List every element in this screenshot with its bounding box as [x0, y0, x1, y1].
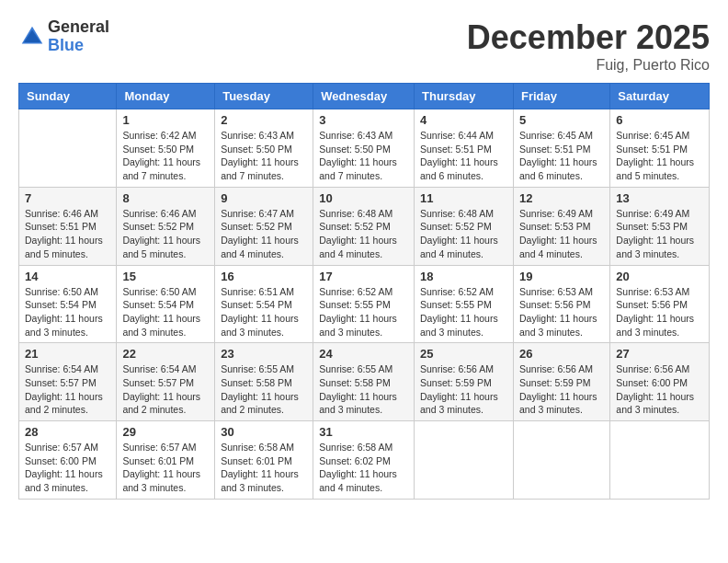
sunset-text: Sunset: 6:00 PM — [25, 455, 97, 466]
day-info: Sunrise: 6:58 AM Sunset: 6:02 PM Dayligh… — [319, 441, 408, 495]
table-row: 16 Sunrise: 6:51 AM Sunset: 5:54 PM Dayl… — [215, 265, 313, 343]
daylight-text: Daylight: 11 hours and 3 minutes. — [122, 468, 200, 493]
daylight-text: Daylight: 11 hours and 3 minutes. — [25, 468, 103, 493]
sunrise-text: Sunrise: 6:57 AM — [122, 442, 196, 453]
daylight-text: Daylight: 11 hours and 3 minutes. — [616, 313, 694, 338]
header-tuesday: Tuesday — [215, 84, 313, 109]
day-number: 29 — [122, 425, 209, 439]
day-number: 27 — [616, 347, 703, 361]
sunset-text: Sunset: 5:52 PM — [221, 221, 292, 232]
table-row: 11 Sunrise: 6:48 AM Sunset: 5:52 PM Dayl… — [415, 187, 514, 265]
day-info: Sunrise: 6:55 AM Sunset: 5:58 PM Dayligh… — [319, 362, 408, 417]
day-number: 13 — [616, 191, 703, 205]
logo: General Blue — [18, 18, 109, 55]
sunrise-text: Sunrise: 6:53 AM — [519, 286, 593, 297]
sunrise-text: Sunrise: 6:55 AM — [221, 363, 294, 374]
table-row: 27 Sunrise: 6:56 AM Sunset: 6:00 PM Dayl… — [610, 343, 710, 421]
header-saturday: Saturday — [610, 84, 710, 109]
sunrise-text: Sunrise: 6:42 AM — [122, 130, 196, 141]
daylight-text: Daylight: 11 hours and 3 minutes. — [221, 313, 299, 338]
header-monday: Monday — [117, 84, 215, 109]
calendar-week-row: 7 Sunrise: 6:46 AM Sunset: 5:51 PM Dayli… — [19, 187, 710, 265]
day-info: Sunrise: 6:47 AM Sunset: 5:52 PM Dayligh… — [221, 207, 307, 261]
table-row: 26 Sunrise: 6:56 AM Sunset: 5:59 PM Dayl… — [513, 343, 609, 421]
sunrise-text: Sunrise: 6:46 AM — [122, 208, 196, 219]
daylight-text: Daylight: 11 hours and 3 minutes. — [420, 391, 498, 416]
sunset-text: Sunset: 5:52 PM — [122, 221, 194, 232]
table-row — [19, 109, 117, 188]
daylight-text: Daylight: 11 hours and 7 minutes. — [319, 156, 397, 181]
day-number: 28 — [25, 425, 110, 439]
table-row: 2 Sunrise: 6:43 AM Sunset: 5:50 PM Dayli… — [215, 109, 313, 188]
sunset-text: Sunset: 5:56 PM — [616, 299, 688, 310]
day-info: Sunrise: 6:44 AM Sunset: 5:51 PM Dayligh… — [420, 129, 507, 183]
sunset-text: Sunset: 5:54 PM — [122, 299, 194, 310]
logo-text: General Blue — [48, 18, 109, 55]
sunset-text: Sunset: 5:50 PM — [319, 144, 391, 155]
daylight-text: Daylight: 11 hours and 2 minutes. — [25, 391, 103, 416]
table-row: 15 Sunrise: 6:50 AM Sunset: 5:54 PM Dayl… — [117, 265, 215, 343]
daylight-text: Daylight: 11 hours and 4 minutes. — [319, 468, 397, 493]
day-number: 16 — [221, 270, 307, 283]
table-row: 22 Sunrise: 6:54 AM Sunset: 5:57 PM Dayl… — [117, 343, 215, 421]
calendar-week-row: 1 Sunrise: 6:42 AM Sunset: 5:50 PM Dayli… — [19, 109, 710, 188]
sunrise-text: Sunrise: 6:43 AM — [221, 130, 294, 141]
sunrise-text: Sunrise: 6:56 AM — [616, 363, 689, 374]
table-row: 9 Sunrise: 6:47 AM Sunset: 5:52 PM Dayli… — [215, 187, 313, 265]
day-info: Sunrise: 6:42 AM Sunset: 5:50 PM Dayligh… — [122, 129, 209, 183]
day-info: Sunrise: 6:51 AM Sunset: 5:54 PM Dayligh… — [221, 285, 307, 339]
sunset-text: Sunset: 5:53 PM — [519, 221, 591, 232]
day-number: 12 — [519, 191, 604, 205]
day-info: Sunrise: 6:52 AM Sunset: 5:55 PM Dayligh… — [319, 285, 408, 339]
sunrise-text: Sunrise: 6:49 AM — [616, 208, 689, 219]
day-number: 4 — [420, 113, 507, 127]
day-info: Sunrise: 6:50 AM Sunset: 5:54 PM Dayligh… — [25, 285, 110, 339]
day-number: 3 — [319, 113, 408, 127]
day-info: Sunrise: 6:57 AM Sunset: 6:00 PM Dayligh… — [25, 441, 110, 495]
daylight-text: Daylight: 11 hours and 3 minutes. — [25, 313, 103, 338]
sunset-text: Sunset: 5:56 PM — [519, 299, 591, 310]
table-row: 24 Sunrise: 6:55 AM Sunset: 5:58 PM Dayl… — [313, 343, 415, 421]
sunrise-text: Sunrise: 6:58 AM — [221, 442, 294, 453]
table-row: 3 Sunrise: 6:43 AM Sunset: 5:50 PM Dayli… — [313, 109, 415, 188]
sunrise-text: Sunrise: 6:48 AM — [319, 208, 392, 219]
sunrise-text: Sunrise: 6:46 AM — [25, 208, 98, 219]
sunrise-text: Sunrise: 6:49 AM — [519, 208, 593, 219]
table-row: 13 Sunrise: 6:49 AM Sunset: 5:53 PM Dayl… — [610, 187, 710, 265]
calendar-week-row: 14 Sunrise: 6:50 AM Sunset: 5:54 PM Dayl… — [19, 265, 710, 343]
daylight-text: Daylight: 11 hours and 4 minutes. — [420, 235, 498, 259]
month-title: December 2025 — [467, 18, 710, 57]
sunset-text: Sunset: 6:00 PM — [616, 377, 688, 388]
sunrise-text: Sunrise: 6:44 AM — [420, 130, 494, 141]
sunrise-text: Sunrise: 6:53 AM — [616, 286, 689, 297]
daylight-text: Daylight: 11 hours and 7 minutes. — [122, 156, 200, 181]
sunrise-text: Sunrise: 6:47 AM — [221, 208, 294, 219]
day-number: 22 — [122, 347, 209, 361]
header-wednesday: Wednesday — [313, 84, 415, 109]
sunset-text: Sunset: 5:53 PM — [616, 221, 688, 232]
day-info: Sunrise: 6:49 AM Sunset: 5:53 PM Dayligh… — [616, 207, 703, 261]
calendar-header-row: Sunday Monday Tuesday Wednesday Thursday… — [19, 84, 710, 109]
daylight-text: Daylight: 11 hours and 2 minutes. — [122, 391, 200, 416]
sunset-text: Sunset: 5:57 PM — [25, 377, 97, 388]
table-row: 1 Sunrise: 6:42 AM Sunset: 5:50 PM Dayli… — [117, 109, 215, 188]
sunset-text: Sunset: 6:01 PM — [122, 455, 194, 466]
day-number: 1 — [122, 113, 209, 127]
daylight-text: Daylight: 11 hours and 5 minutes. — [25, 235, 103, 259]
day-number: 11 — [420, 191, 507, 205]
table-row: 29 Sunrise: 6:57 AM Sunset: 6:01 PM Dayl… — [117, 421, 215, 500]
sunset-text: Sunset: 6:01 PM — [221, 455, 292, 466]
sunrise-text: Sunrise: 6:54 AM — [122, 363, 196, 374]
header-thursday: Thursday — [415, 84, 514, 109]
sunset-text: Sunset: 5:58 PM — [221, 377, 292, 388]
sunrise-text: Sunrise: 6:50 AM — [25, 286, 98, 297]
table-row: 7 Sunrise: 6:46 AM Sunset: 5:51 PM Dayli… — [19, 187, 117, 265]
sunrise-text: Sunrise: 6:56 AM — [420, 363, 494, 374]
calendar-week-row: 28 Sunrise: 6:57 AM Sunset: 6:00 PM Dayl… — [19, 421, 710, 500]
day-number: 23 — [221, 347, 307, 361]
day-number: 25 — [420, 347, 507, 361]
table-row: 21 Sunrise: 6:54 AM Sunset: 5:57 PM Dayl… — [19, 343, 117, 421]
day-info: Sunrise: 6:55 AM Sunset: 5:58 PM Dayligh… — [221, 362, 307, 417]
table-row: 14 Sunrise: 6:50 AM Sunset: 5:54 PM Dayl… — [19, 265, 117, 343]
day-number: 24 — [319, 347, 408, 361]
